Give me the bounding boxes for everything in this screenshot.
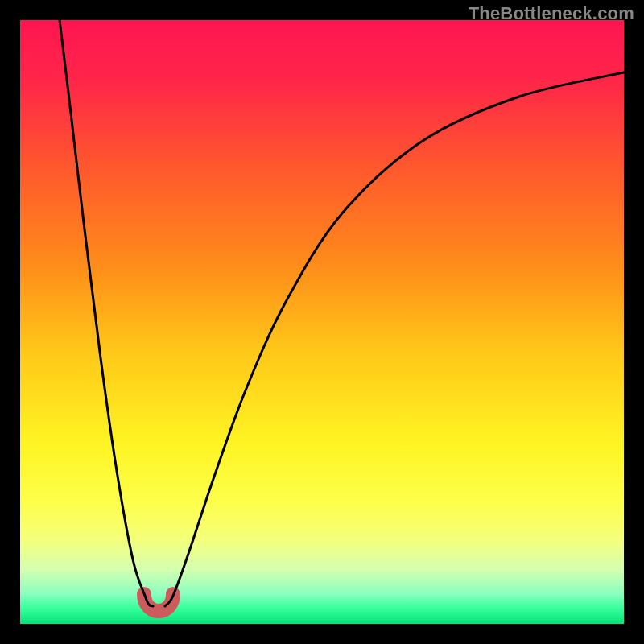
left-branch-line xyxy=(60,20,153,606)
outer-frame: TheBottleneck.com xyxy=(0,0,644,644)
plot-area xyxy=(20,20,624,624)
right-branch-line xyxy=(165,72,624,606)
curve-layer xyxy=(20,20,624,624)
